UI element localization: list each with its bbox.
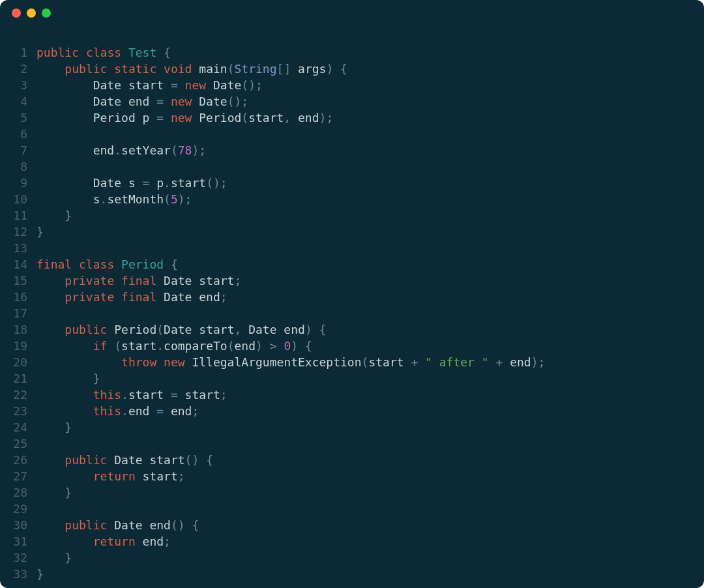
code-content[interactable]: private final Date start; xyxy=(37,272,691,289)
code-line[interactable]: 4 Date end = new Date(); xyxy=(13,93,691,110)
code-line[interactable]: 10 s.setMonth(5); xyxy=(13,191,691,207)
code-content[interactable]: public class Test { xyxy=(37,44,691,61)
code-line[interactable]: 18 public Period(Date start, Date end) { xyxy=(13,321,691,338)
code-line[interactable]: 32 } xyxy=(13,550,691,566)
token-plain xyxy=(114,274,121,287)
code-line[interactable]: 6 xyxy=(13,126,691,142)
code-line[interactable]: 2 public static void main(String[] args)… xyxy=(13,61,691,77)
code-content[interactable]: public Period(Date start, Date end) { xyxy=(37,321,691,338)
line-number: 2 xyxy=(13,61,37,77)
code-content[interactable]: if (start.compareTo(end) > 0) { xyxy=(37,338,691,354)
token-kw: class xyxy=(86,46,121,59)
token-plain: s xyxy=(37,192,100,206)
code-line[interactable]: 1public class Test { xyxy=(13,44,691,61)
line-number: 20 xyxy=(13,354,37,370)
code-line[interactable]: 5 Period p = new Period(start, end); xyxy=(13,110,691,126)
code-content[interactable] xyxy=(37,240,691,256)
code-line[interactable]: 22 this.start = start; xyxy=(13,387,691,403)
code-line[interactable]: 20 throw new IllegalArgumentException(st… xyxy=(13,354,691,370)
code-content[interactable]: } xyxy=(37,566,691,582)
code-content[interactable]: Date end = new Date(); xyxy=(37,93,691,110)
code-line[interactable]: 8 xyxy=(13,158,691,175)
code-content[interactable]: final class Period { xyxy=(37,256,691,272)
code-content[interactable]: this.start = start; xyxy=(37,387,691,403)
code-content[interactable]: public static void main(String[] args) { xyxy=(37,61,691,77)
code-line[interactable]: 21 } xyxy=(13,370,691,387)
code-content[interactable]: } xyxy=(37,224,691,240)
code-line[interactable]: 31 return end; xyxy=(13,533,691,550)
code-line[interactable]: 12} xyxy=(13,224,691,240)
code-content[interactable]: end.setYear(78); xyxy=(37,142,691,158)
code-line[interactable]: 25 xyxy=(13,435,691,452)
token-punct: ); xyxy=(178,192,192,206)
code-content[interactable] xyxy=(37,126,691,142)
code-content[interactable]: public Date start() { xyxy=(37,452,691,468)
code-line[interactable]: 26 public Date start() { xyxy=(13,452,691,468)
close-icon[interactable] xyxy=(12,8,21,18)
code-line[interactable]: 11 } xyxy=(13,207,691,224)
code-line[interactable]: 7 end.setYear(78); xyxy=(13,142,691,158)
code-content[interactable] xyxy=(37,435,691,452)
token-kw: if xyxy=(93,339,108,353)
code-content[interactable]: throw new IllegalArgumentException(start… xyxy=(37,354,691,370)
code-content[interactable]: private final Date end; xyxy=(37,289,691,305)
code-content[interactable]: this.end = end; xyxy=(37,403,691,419)
code-content[interactable]: public Date end() { xyxy=(37,517,691,533)
token-plain xyxy=(164,95,171,108)
code-content[interactable]: } xyxy=(37,550,691,566)
minimize-icon[interactable] xyxy=(27,8,36,18)
token-plain xyxy=(178,78,185,92)
token-plain: Date end xyxy=(156,290,220,304)
code-line[interactable]: 14final class Period { xyxy=(13,256,691,272)
token-punct: . xyxy=(121,404,128,418)
code-line[interactable]: 29 xyxy=(13,501,691,517)
maximize-icon[interactable] xyxy=(42,8,51,18)
code-line[interactable]: 13 xyxy=(13,240,691,256)
token-plain xyxy=(79,46,86,59)
code-line[interactable]: 28 } xyxy=(13,484,691,501)
code-line[interactable]: 24 } xyxy=(13,419,691,435)
code-line[interactable]: 3 Date start = new Date(); xyxy=(13,77,691,93)
code-content[interactable]: } xyxy=(37,370,691,387)
code-line[interactable]: 19 if (start.compareTo(end) > 0) { xyxy=(13,338,691,354)
code-line[interactable]: 16 private final Date end; xyxy=(13,289,691,305)
line-number: 18 xyxy=(13,321,37,338)
code-content[interactable] xyxy=(37,305,691,321)
token-plain xyxy=(263,339,270,353)
code-content[interactable]: } xyxy=(37,484,691,501)
code-content[interactable]: Date start = new Date(); xyxy=(37,77,691,93)
code-line[interactable]: 30 public Date end() { xyxy=(13,517,691,533)
code-content[interactable]: return end; xyxy=(37,533,691,550)
token-plain xyxy=(156,355,164,369)
line-number: 29 xyxy=(13,501,37,517)
code-line[interactable]: 33} xyxy=(13,566,691,582)
code-content[interactable]: Period p = new Period(start, end); xyxy=(37,110,691,126)
token-kw: new xyxy=(164,355,185,369)
code-content[interactable] xyxy=(37,158,691,175)
code-content[interactable]: Date s = p.start(); xyxy=(37,175,691,191)
token-plain: p xyxy=(149,176,164,190)
token-plain xyxy=(418,355,425,369)
code-line[interactable]: 23 this.end = end; xyxy=(13,403,691,419)
token-plain xyxy=(37,62,65,76)
token-plain xyxy=(37,486,65,499)
token-plain xyxy=(107,339,114,353)
code-content[interactable]: return start; xyxy=(37,468,691,484)
code-content[interactable]: s.setMonth(5); xyxy=(37,191,691,207)
token-plain: start xyxy=(248,111,284,125)
token-plain xyxy=(192,95,199,108)
token-plain: end xyxy=(128,404,156,418)
code-editor[interactable]: 1public class Test {2 public static void… xyxy=(0,26,704,588)
code-content[interactable]: } xyxy=(37,207,691,224)
line-number: 6 xyxy=(13,126,37,142)
code-content[interactable] xyxy=(37,501,691,517)
token-plain: end xyxy=(37,143,114,157)
code-content[interactable]: } xyxy=(37,419,691,435)
code-line[interactable]: 15 private final Date start; xyxy=(13,272,691,289)
code-line[interactable]: 9 Date s = p.start(); xyxy=(13,175,691,191)
token-punct: ) xyxy=(326,62,333,76)
token-kw: public xyxy=(37,46,79,59)
token-func: Date xyxy=(199,95,227,108)
code-line[interactable]: 27 return start; xyxy=(13,468,691,484)
code-line[interactable]: 17 xyxy=(13,305,691,321)
